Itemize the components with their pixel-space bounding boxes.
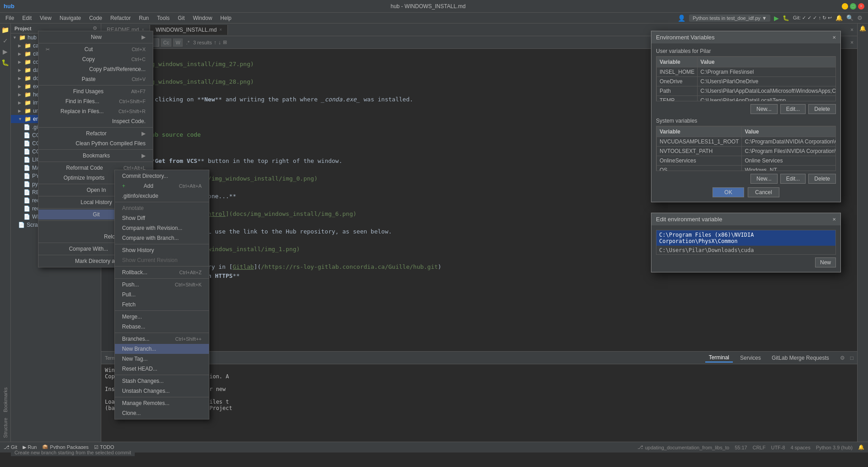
sys-edit-btn[interactable]: Edit...	[780, 174, 806, 184]
case-sensitive-btn[interactable]: Cc	[161, 38, 171, 47]
sys-var-row[interactable]: NVTOOLSEXT_PATHC:\Program Files\NVIDIA C…	[657, 147, 836, 156]
menu-tools[interactable]: Tools	[153, 14, 173, 22]
notifications-icon[interactable]: 🔔	[859, 25, 866, 32]
sys-var-row[interactable]: OnlineServicesOnline Services	[657, 156, 836, 166]
terminal-content[interactable]: Windows PowerShell Copyright (C) Microso…	[101, 364, 857, 442]
edit-env-entry-active[interactable]: C:\Program Files (x86)\NVIDIA Corporatio…	[656, 230, 835, 246]
cm-git-show-current-rev[interactable]: Show Current Revision	[115, 255, 209, 265]
cm-bookmarks[interactable]: Bookmarks ▶	[38, 151, 153, 161]
edit-env-new-btn[interactable]: New	[815, 257, 836, 267]
status-crlf[interactable]: CRLF	[753, 445, 766, 450]
status-charset[interactable]: UTF-8	[771, 445, 785, 450]
prev-result-icon[interactable]: ↑	[214, 39, 217, 46]
search-everywhere[interactable]: 🔍	[846, 14, 854, 21]
search-options[interactable]: ⊞	[223, 39, 227, 45]
user-edit-btn[interactable]: Edit...	[780, 104, 806, 114]
user-delete-btn[interactable]: Delete	[808, 104, 836, 114]
cm-git-pull[interactable]: Pull...	[115, 290, 209, 300]
cm-git-rebase[interactable]: Rebase...	[115, 322, 209, 332]
cm-git-merge[interactable]: Merge...	[115, 312, 209, 322]
cm-git-reset-head[interactable]: Reset HEAD...	[115, 364, 209, 374]
cm-git-push[interactable]: Push... Ctrl+Shift+K	[115, 280, 209, 290]
status-notifications[interactable]: 🔔	[858, 444, 864, 450]
cm-new[interactable]: New ▶	[38, 32, 153, 42]
env-cancel-btn[interactable]: Cancel	[748, 187, 779, 197]
cm-git-clone[interactable]: Clone...	[115, 408, 209, 418]
edit-env-close[interactable]: ×	[832, 216, 836, 223]
settings-icon[interactable]: ⚙	[857, 14, 863, 21]
cm-find-in-files[interactable]: Find in Files... Ctrl+Shift+F	[38, 96, 153, 106]
cm-inspect-code[interactable]: Inspect Code.	[38, 116, 153, 126]
status-git-branch[interactable]: ⎇ updating_documentation_from_libs_to	[637, 444, 730, 450]
cm-copy[interactable]: Copy Ctrl+C	[38, 54, 153, 64]
regex-btn[interactable]: .*	[184, 39, 191, 46]
close-search-icon[interactable]: ×	[850, 39, 854, 46]
project-icon[interactable]: 📁	[1, 25, 10, 34]
profile-icon[interactable]: 👤	[678, 14, 685, 22]
cm-git-new-branch[interactable]: New Branch...	[115, 344, 209, 354]
cm-git-rollback[interactable]: Rollback... Ctrl+Alt+Z	[115, 267, 209, 277]
menu-refactor[interactable]: Refactor	[107, 14, 134, 22]
close-button[interactable]: ×	[858, 3, 864, 10]
close-windows-install-icon[interactable]: ×	[219, 27, 222, 32]
tab-services[interactable]: Services	[736, 354, 764, 362]
cm-git-commit-dir[interactable]: Commit Directory...	[115, 171, 209, 181]
editor-close-icon[interactable]: ×	[850, 27, 854, 33]
user-var-row[interactable]: TEMPC:\Users\Pilar\AppData\Local\Temp	[657, 96, 836, 102]
sys-new-btn[interactable]: New...	[750, 174, 777, 184]
menu-file[interactable]: File	[2, 14, 18, 22]
cm-git-new-tag[interactable]: New Tag...	[115, 354, 209, 364]
word-btn[interactable]: W	[173, 38, 182, 47]
minimize-button[interactable]: −	[842, 3, 848, 10]
cm-git-fetch[interactable]: Fetch	[115, 300, 209, 310]
cm-git-compare-branch[interactable]: Compare with Branch...	[115, 233, 209, 243]
menu-code[interactable]: Code	[85, 14, 106, 22]
run-button[interactable]: ▶	[774, 14, 779, 22]
menu-run[interactable]: Run	[135, 14, 152, 22]
user-var-row[interactable]: PathC:\Users\Pilar\AppData\Local\Microso…	[657, 86, 836, 96]
expand-terminal-icon[interactable]: □	[850, 355, 854, 361]
tab-gitlab[interactable]: GitLab Merge Requests	[768, 354, 833, 362]
tab-windows-install[interactable]: WINDOWS_INSTALL.md ×	[150, 25, 228, 35]
user-new-btn[interactable]: New...	[750, 104, 777, 114]
cm-git-compare-revision[interactable]: Compare with Revision...	[115, 223, 209, 233]
structure-label[interactable]: Structure	[2, 416, 9, 440]
cm-replace-in-files[interactable]: Replace in Files... Ctrl+Shift+R	[38, 106, 153, 116]
sys-delete-btn[interactable]: Delete	[808, 174, 836, 184]
debug-button[interactable]: 🐛	[783, 15, 789, 21]
sys-var-row[interactable]: OSWindows_NT	[657, 166, 836, 172]
cm-git-branches[interactable]: Branches... Ctrl+Shift++	[115, 334, 209, 344]
cm-find-usages[interactable]: Find Usages Alt+F7	[38, 86, 153, 96]
env-ok-btn[interactable]: OK	[712, 187, 744, 197]
tab-terminal[interactable]: Terminal	[705, 353, 733, 362]
status-indent[interactable]: 4 spaces	[791, 445, 811, 450]
cm-git-manage-remotes[interactable]: Manage Remotes...	[115, 398, 209, 408]
menu-edit[interactable]: Edit	[19, 14, 35, 22]
menu-help[interactable]: Help	[217, 14, 235, 22]
menu-git[interactable]: Git	[174, 14, 188, 22]
terminal-settings-icon[interactable]: ⚙	[840, 355, 845, 361]
cm-git-gitinfo[interactable]: .gitinfo/exclude	[115, 191, 209, 201]
python-run-config[interactable]: Python tests in test_doe_idf.py ▼	[689, 14, 770, 22]
debug-icon[interactable]: 🐛	[1, 58, 10, 67]
cm-git-annotate[interactable]: Annotate	[115, 203, 209, 213]
user-var-row[interactable]: OneDriveC:\Users\Pilar\OneDrive	[657, 77, 836, 86]
menu-view[interactable]: View	[36, 14, 55, 22]
menu-window[interactable]: Window	[189, 14, 216, 22]
notifications[interactable]: 🔔	[835, 14, 843, 21]
sys-var-row[interactable]: NVCUDASAMPLES11_1_ROOTC:\ProgramData\NVI…	[657, 137, 836, 147]
cm-clean-python[interactable]: Clean Python Compiled Files	[38, 138, 153, 148]
maximize-button[interactable]: □	[850, 3, 856, 10]
status-line-col[interactable]: 55:17	[735, 445, 747, 450]
bookmarks-label[interactable]: Bookmarks	[2, 386, 9, 414]
commit-icon[interactable]: ✓	[1, 36, 10, 45]
cm-cut[interactable]: ✂Cut Ctrl+X	[38, 44, 153, 54]
edit-env-entry[interactable]: C:\Users\Pilar\Downloads\cuda	[656, 246, 835, 255]
cm-git-unstash[interactable]: Unstash Changes...	[115, 386, 209, 396]
next-result-icon[interactable]: ↓	[218, 39, 221, 46]
run-icon[interactable]: ▶	[1, 47, 10, 56]
status-python[interactable]: Python 3.9 (hub)	[816, 445, 853, 450]
cm-refactor[interactable]: Refactor ▶	[38, 129, 153, 138]
cm-git-show-diff[interactable]: Show Diff	[115, 213, 209, 223]
cm-git-show-history[interactable]: Show History	[115, 245, 209, 255]
